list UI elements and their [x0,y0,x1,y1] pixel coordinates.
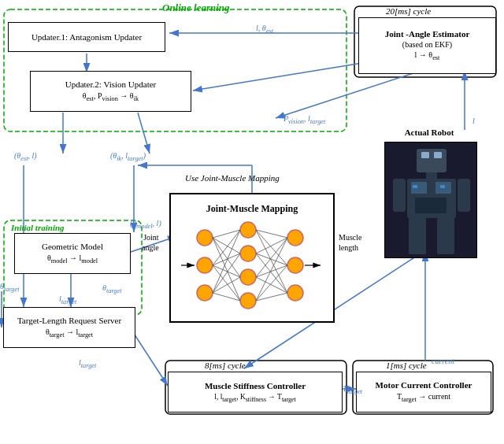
updater2-title: Updater.2: Vision Updater [65,79,157,90]
ttarget-label: Ttarget [343,384,362,395]
svg-rect-76 [440,185,445,188]
svg-line-36 [213,230,240,238]
svg-rect-73 [409,218,426,254]
theta-model-l-label: (θmodel, l) [130,219,161,230]
target-length-sub: θtarget → ltarget [46,327,93,340]
updater1-label: Updater.1: Antagonism Updater [32,31,142,43]
theta-target-label-left: θtarget [0,282,20,293]
use-joint-muscle-label: Use Joint-Muscle Mapping [185,173,280,183]
svg-rect-70 [415,198,447,213]
svg-line-19 [130,327,168,386]
ltarget-label-bottom: ltarget [79,358,96,369]
ltarget-label-mid: ltarget [59,294,76,305]
cycle-1-label: 1[ms] cycle [386,361,427,370]
svg-point-26 [197,230,213,246]
l-theta-est-label: l, θest [256,24,273,35]
joint-angle-sub2: l → θest [415,50,440,63]
cycle-8-label: 8[ms] cycle [205,361,246,370]
geometric-sub: θmodel → lmodel [47,253,98,266]
updater2-sub: θest, Pvision → θik [83,91,139,104]
actual-robot-label: Actual Robot [386,128,472,137]
joint-angle-input-label: Jointangle [142,232,159,253]
motor-current-box: Motor Current Controller Ttarget → curre… [356,372,491,413]
motor-current-title: Motor Current Controller [376,379,472,390]
robot-image [384,142,477,258]
joint-angle-sub1: (based on EKF) [402,39,452,50]
muscle-stiffness-sub: l, ltarget, Kstiffness → Ttarget [214,392,295,404]
robot-svg [385,142,477,258]
svg-line-10 [193,63,362,91]
svg-line-47 [213,293,240,301]
joint-angle-title: Joint -Angle Estimator [385,28,470,39]
diagram-container: Online learning Initial training 20[ms] … [0,0,504,444]
svg-rect-64 [421,152,429,158]
svg-rect-74 [437,218,454,254]
svg-line-46 [213,277,240,293]
svg-point-30 [240,246,256,261]
svg-rect-63 [417,149,447,172]
svg-rect-71 [393,179,406,212]
updater1-box: Updater.1: Antagonism Updater [8,22,165,52]
motor-current-sub: Ttarget → current [397,391,450,405]
svg-line-48 [256,230,287,238]
target-length-title: Target-Length Request Server [17,315,121,326]
svg-point-33 [287,230,303,246]
theta-target-label-mid: θtarget [102,283,122,294]
muscle-length-label: Musclelength [339,232,361,253]
svg-point-31 [240,269,256,285]
svg-rect-75 [413,185,417,188]
geometric-title: Geometric Model [42,241,103,252]
geometric-model-box: Geometric Model θmodel → lmodel [14,233,131,274]
joint-muscle-box: Joint-Muscle Mapping [169,193,335,323]
cycle-20-label: 20[ms] cycle [386,6,431,16]
svg-point-29 [240,222,256,238]
current-label: current [432,357,454,365]
svg-point-35 [287,285,303,301]
joint-muscle-title: Joint-Muscle Mapping [206,203,298,216]
svg-line-13 [276,69,425,118]
muscle-stiffness-title: Muscle Stiffness Controller [205,380,306,391]
pvision-ltarget-label: Pvision, ltarget [284,114,325,125]
initial-training-label: Initial training [11,223,65,232]
svg-rect-72 [458,179,470,212]
svg-point-34 [287,257,303,273]
online-learning-label: Online learning [162,2,230,14]
svg-line-37 [213,238,240,253]
neural-network-svg [177,218,327,313]
svg-point-28 [197,285,213,301]
svg-point-32 [240,293,256,309]
svg-rect-66 [426,172,437,179]
svg-rect-65 [434,152,442,158]
muscle-stiffness-box: Muscle Stiffness Controller l, ltarget, … [168,372,343,413]
theta-est-l-label: (θest, l) [14,151,37,162]
l-label-right: l [472,117,475,125]
updater2-box: Updater.2: Vision Updater θest, Pvision … [30,71,191,112]
target-length-box: Target-Length Request Server θtarget → l… [3,307,135,348]
svg-line-59 [256,293,287,301]
joint-angle-box: Joint -Angle Estimator (based on EKF) l … [358,17,496,74]
svg-point-27 [197,257,213,273]
svg-line-56 [256,277,287,293]
svg-line-51 [256,238,287,253]
svg-line-12 [138,113,150,154]
theta-ik-ltarget-label: (θik, ltarget) [110,151,146,162]
